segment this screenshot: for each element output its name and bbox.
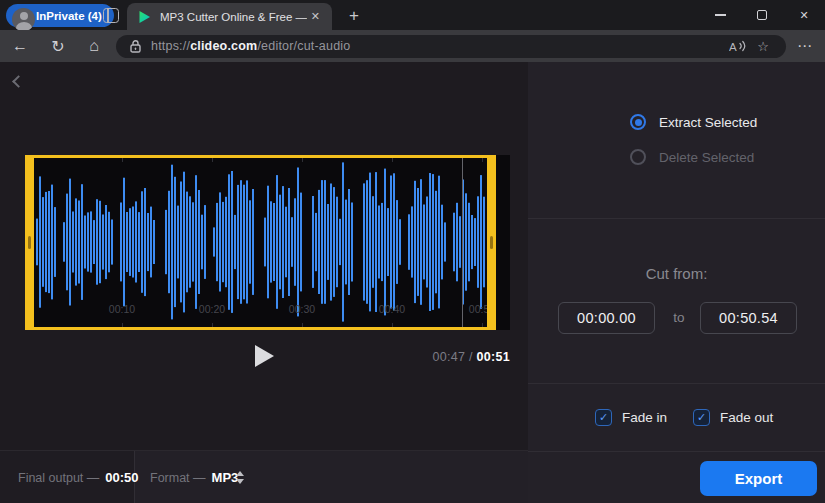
waveform-canvas [25,155,510,330]
play-button[interactable] [255,345,274,367]
refresh-icon[interactable]: ↻ [44,30,72,62]
trim-handle-right[interactable] [487,155,496,330]
delete-selected-option[interactable]: Delete Selected [630,149,754,165]
profile-avatar-icon [12,8,35,31]
total-time: 00:51 [477,350,510,364]
tab-title: MP3 Cutter Online & Free — Cut [160,11,307,23]
export-button[interactable]: Export [700,461,817,496]
fade-in-checkbox-icon[interactable]: ✓ [595,409,612,426]
format-value: MP3 [212,470,239,485]
favorites-star-icon[interactable]: ☆ [750,35,776,58]
cut-from-label: Cut from: [528,265,825,282]
active-tab[interactable]: MP3 Cutter Online & Free — Cut ✕ [127,3,332,30]
svg-text:A: A [729,41,737,53]
final-output-label: Final output — [18,471,99,485]
url-domain: clideo.com [190,39,257,53]
new-tab-button[interactable]: + [342,4,366,28]
tab-actions-menu-icon[interactable] [103,8,119,23]
delete-selected-label: Delete Selected [659,150,754,165]
time-separator: / [465,350,476,364]
playhead[interactable] [462,155,463,330]
url-text[interactable]: https://clideo.com/editor/cut-audio [151,39,724,53]
timeline-label: 00:30 [282,303,322,315]
settings-panel: Extract Selected Delete Selected Cut fro… [528,62,825,503]
back-chevron-icon[interactable] [12,75,25,88]
editor-canvas-area: 00:1000:2000:3000:4000:50 00:47 / 00:51 [0,62,528,450]
format-stepper-icon[interactable] [236,471,244,484]
time-display: 00:47 / 00:51 [432,350,510,364]
cut-end-input[interactable] [700,302,797,334]
browser-window: InPrivate (4) MP3 Cutter Online & Free —… [0,0,825,503]
panel-separator [528,451,825,452]
fade-out-checkbox-icon[interactable]: ✓ [693,409,710,426]
to-label: to [664,310,694,325]
timeline-label: 00:10 [102,303,142,315]
panel-separator [528,383,825,384]
radio-unselected-icon[interactable] [630,149,646,165]
current-time: 00:47 [432,350,465,364]
final-output-value: 00:50 [105,470,138,485]
inprivate-badge[interactable]: InPrivate (4) [6,4,114,27]
final-output-text: Final output —00:50 [18,470,139,485]
maximize-icon [757,10,767,20]
panel-separator [528,218,825,219]
timeline-label: 00:40 [372,303,412,315]
lock-icon [130,39,141,53]
address-bar[interactable]: https://clideo.com/editor/cut-audio A ☆ [116,35,786,58]
fade-out-option[interactable]: ✓ Fade out [693,409,773,426]
url-path: /editor/cut-audio [257,39,350,53]
waveform-panel[interactable]: 00:1000:2000:3000:4000:50 [25,155,510,330]
cut-start-input[interactable] [558,302,655,334]
browser-titlebar: InPrivate (4) MP3 Cutter Online & Free —… [0,0,825,30]
back-icon[interactable]: ← [6,30,34,62]
fade-in-label: Fade in [622,410,667,425]
radio-selected-icon[interactable] [630,114,646,130]
fade-in-option[interactable]: ✓ Fade in [595,409,667,426]
trim-handle-left[interactable] [25,155,34,330]
minimize-icon [715,14,726,15]
timeline-label: 00:50 [462,303,502,315]
clideo-favicon-icon [138,10,151,24]
url-scheme: https:// [151,39,190,53]
browser-menu-icon[interactable]: ⋯ [791,30,819,62]
home-icon[interactable]: ⌂ [80,30,108,62]
read-aloud-icon[interactable]: A [724,35,750,58]
selection-top-edge [25,155,496,158]
timeline-label: 00:20 [192,303,232,315]
maximize-button[interactable] [741,0,783,30]
format-text[interactable]: Format —MP3 [150,470,238,485]
output-footer: Final output —00:50 Format —MP3 [0,450,528,503]
tab-close-icon[interactable]: ✕ [307,8,324,25]
inprivate-label: InPrivate (4) [36,10,102,22]
extract-selected-option[interactable]: Extract Selected [630,114,757,130]
selection-bottom-edge [25,327,496,330]
format-label: Format — [150,471,206,485]
close-window-button[interactable]: ✕ [783,0,825,30]
minimize-button[interactable] [699,0,741,30]
extract-selected-label: Extract Selected [659,115,757,130]
fade-out-label: Fade out [720,410,773,425]
